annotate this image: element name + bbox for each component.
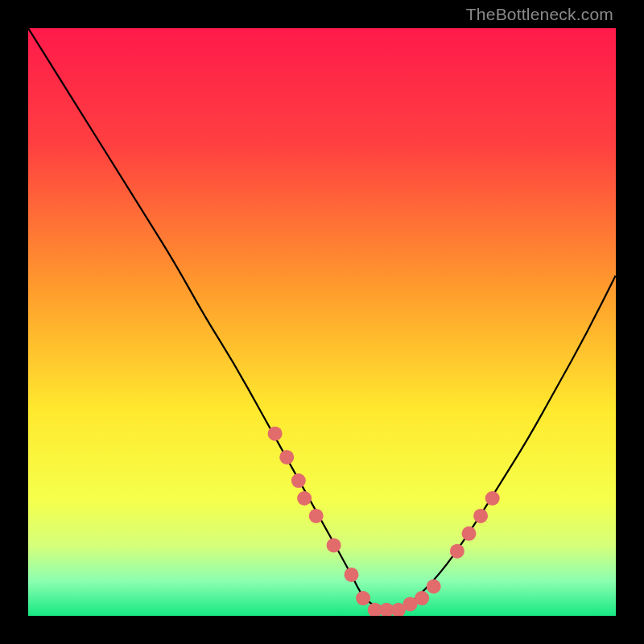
- marker-dot: [415, 591, 429, 605]
- sample-points: [268, 427, 500, 616]
- marker-dot: [279, 450, 294, 464]
- marker-dot: [473, 509, 488, 523]
- marker-dot: [462, 526, 477, 541]
- marker-dot: [268, 427, 283, 441]
- marker-dot: [485, 491, 500, 506]
- chart-frame: TheBottleneck.com: [0, 0, 644, 644]
- marker-dot: [345, 568, 359, 582]
- marker-dot: [327, 538, 341, 552]
- watermark-text: TheBottleneck.com: [466, 5, 613, 24]
- plot-area: [28, 28, 616, 616]
- marker-dot: [309, 509, 324, 523]
- marker-dot: [291, 473, 306, 488]
- curve-layer: [28, 28, 616, 616]
- marker-dot: [297, 491, 312, 506]
- marker-dot: [427, 580, 441, 594]
- marker-dot: [356, 591, 370, 605]
- bottleneck-curve: [28, 28, 616, 610]
- marker-dot: [450, 544, 464, 559]
